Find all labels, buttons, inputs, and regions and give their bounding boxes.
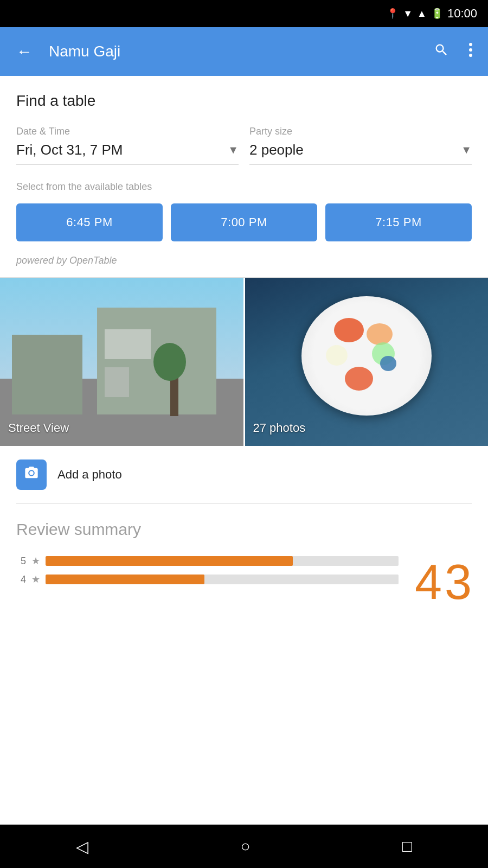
- signal-icon: ▲: [417, 8, 427, 20]
- date-label: Date & Time: [16, 126, 239, 137]
- page-title: Namu Gaji: [49, 43, 419, 60]
- rating-display: 5 ★ 4 ★ 4 3: [16, 555, 472, 607]
- rating-4-bar-bg: [46, 575, 399, 584]
- find-table-title: Find a table: [16, 92, 472, 110]
- party-size-chevron-down-icon: ▼: [461, 144, 472, 156]
- camera-icon-wrap: [16, 459, 47, 490]
- party-size-group: Party size 2 people ▼: [249, 126, 472, 165]
- app-bar-actions: [429, 38, 477, 66]
- street-view-label: Street View: [8, 421, 69, 435]
- street-view-photo[interactable]: Street View: [0, 278, 243, 446]
- app-bar: ← Namu Gaji: [0, 27, 488, 76]
- rating-5-bar-bg: [46, 556, 399, 566]
- status-bar: 📍 ▼ ▲ 🔋 10:00: [0, 0, 488, 27]
- time-slot-700[interactable]: 7:00 PM: [171, 203, 317, 241]
- nav-back-icon[interactable]: ◁: [60, 832, 105, 861]
- nav-recent-icon[interactable]: □: [386, 832, 428, 861]
- powered-by-label: powered by OpenTable: [16, 255, 472, 266]
- date-value: Fri, Oct 31, 7 PM: [16, 142, 123, 158]
- review-title: Review summary: [16, 520, 472, 539]
- party-size-dropdown[interactable]: 2 people ▼: [249, 142, 472, 165]
- selectors-row: Date & Time Fri, Oct 31, 7 PM ▼ Party si…: [16, 126, 472, 165]
- photo-grid: Street View 27 photos: [0, 278, 488, 446]
- svg-point-0: [469, 43, 472, 46]
- date-dropdown[interactable]: Fri, Oct 31, 7 PM ▼: [16, 142, 239, 165]
- big-rating-3: 3: [445, 558, 472, 607]
- battery-icon: 🔋: [431, 8, 443, 20]
- available-tables-label: Select from the available tables: [16, 181, 472, 193]
- camera-icon: [24, 465, 39, 484]
- status-icons: 📍 ▼ ▲ 🔋 10:00: [387, 7, 477, 21]
- svg-point-2: [469, 54, 472, 57]
- status-time: 10:00: [447, 7, 477, 21]
- big-rating: 4 3: [415, 555, 472, 607]
- party-size-label: Party size: [249, 126, 472, 137]
- rating-4-num: 4: [16, 574, 26, 585]
- photos-cell[interactable]: 27 photos: [243, 278, 489, 446]
- back-button[interactable]: ←: [11, 37, 38, 66]
- rating-4-star: ★: [31, 573, 40, 585]
- date-time-group: Date & Time Fri, Oct 31, 7 PM ▼: [16, 126, 239, 165]
- rating-4-bar-fill: [46, 575, 204, 584]
- date-chevron-down-icon: ▼: [228, 144, 239, 156]
- rating-bars: 5 ★ 4 ★: [16, 555, 399, 592]
- rating-5-num: 5: [16, 556, 26, 567]
- add-photo-label: Add a photo: [57, 468, 122, 482]
- time-slots: 6:45 PM 7:00 PM 7:15 PM: [16, 203, 472, 241]
- photos-count-label: 27 photos: [253, 421, 306, 435]
- review-section: Review summary 5 ★ 4 ★ 4 3: [0, 504, 488, 607]
- rating-5-bar-fill: [46, 556, 293, 566]
- main-content: Find a table Date & Time Fri, Oct 31, 7 …: [0, 76, 488, 278]
- nav-home-icon[interactable]: ○: [224, 832, 266, 861]
- wifi-icon: ▼: [403, 8, 413, 20]
- time-slot-715[interactable]: 7:15 PM: [325, 203, 472, 241]
- add-photo-row[interactable]: Add a photo: [0, 446, 488, 503]
- search-icon[interactable]: [429, 38, 453, 66]
- nav-bar: ◁ ○ □: [0, 825, 488, 868]
- time-slot-645[interactable]: 6:45 PM: [16, 203, 163, 241]
- rating-5-star: ★: [31, 555, 40, 567]
- big-rating-4: 4: [415, 558, 442, 607]
- rating-row-5: 5 ★: [16, 555, 399, 567]
- more-options-icon[interactable]: [464, 38, 477, 66]
- party-size-value: 2 people: [249, 142, 304, 158]
- svg-point-1: [469, 48, 472, 52]
- location-icon: 📍: [387, 8, 399, 20]
- rating-row-4: 4 ★: [16, 573, 399, 585]
